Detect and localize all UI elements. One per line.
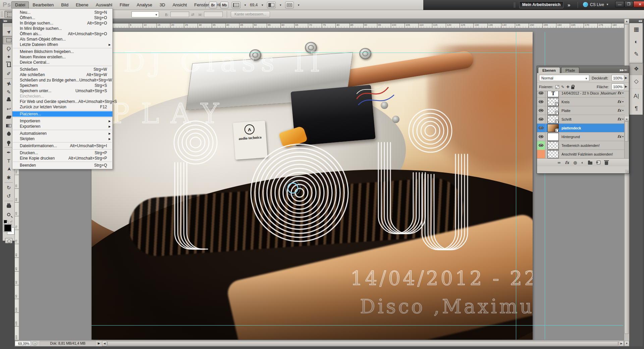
layer-row-schrift[interactable]: Schriftfx▾ xyxy=(537,115,625,124)
layer-thumbnail[interactable] xyxy=(547,133,559,141)
menu-item-speichern[interactable]: SpeichernStrg+S xyxy=(12,83,112,88)
dock-masks-icon[interactable]: ◇ xyxy=(630,75,643,88)
layer-effects-icon[interactable]: fx xyxy=(618,134,621,139)
menu-item-exportieren[interactable]: Exportieren▶ xyxy=(12,124,112,129)
delete-layer-icon[interactable] xyxy=(605,161,608,165)
menu-item-platzieren-[interactable]: Platzieren... xyxy=(12,111,112,117)
menu-item-beenden[interactable]: BeendenStrg+Q xyxy=(12,163,112,168)
layer-mask-icon[interactable]: ◎ xyxy=(574,160,577,165)
menu-ebene[interactable]: Ebene xyxy=(72,1,92,9)
custom-shape-tool[interactable]: ✱ xyxy=(3,173,15,182)
layer-row-plattendeck[interactable]: plattendeck xyxy=(537,124,625,132)
tab-ebenen[interactable]: Ebenen xyxy=(538,67,560,73)
visibility-toggle[interactable] xyxy=(537,98,545,106)
menu-item-speichern-unter-[interactable]: Speichern unter...Umschalt+Strg+S xyxy=(12,88,112,94)
cs-live-menu[interactable]: CS Live ▼ xyxy=(583,2,609,7)
chevron-down-icon[interactable]: ▼ xyxy=(279,4,282,7)
menu-item-in-mini-bridge-suchen-[interactable]: In Mini Bridge suchen... xyxy=(12,26,112,31)
new-layer-icon[interactable] xyxy=(597,161,600,164)
effects-collapse-icon[interactable]: ▾ xyxy=(622,118,624,121)
layer-row-anschnitt-falzlinien-ausblenden-[interactable]: Anschnitt/ Falzlinien ausblenden! xyxy=(537,150,625,158)
effects-collapse-icon[interactable]: ▾ xyxy=(622,100,624,103)
opacity-slider-arrow[interactable]: ▶ xyxy=(625,76,627,79)
dock-layers-icon[interactable]: ❖ xyxy=(630,63,643,75)
visibility-toggle[interactable] xyxy=(537,91,545,98)
lock-all-icon[interactable] xyxy=(571,86,574,89)
opacity-value[interactable]: 100% xyxy=(611,75,624,81)
height-field[interactable] xyxy=(204,11,223,17)
scroll-left-icon[interactable]: ◀ xyxy=(102,341,107,346)
layer-thumbnail[interactable] xyxy=(547,91,559,97)
3d-rotate-tool[interactable]: ↻ xyxy=(3,183,15,192)
layer-thumbnail[interactable] xyxy=(547,107,559,115)
chevron-down-icon[interactable]: ▼ xyxy=(261,4,264,7)
chevron-down-icon[interactable]: ▼ xyxy=(297,4,300,7)
minimize-button[interactable]: — xyxy=(615,1,624,7)
scroll-down-icon[interactable]: ▼ xyxy=(624,341,629,346)
menu-ansicht[interactable]: Ansicht xyxy=(169,1,191,9)
screen-mode-icon[interactable] xyxy=(285,2,294,8)
layer-row-textbereich-ausblenden-[interactable]: Textbereich ausblenden! xyxy=(537,141,625,150)
visibility-toggle[interactable] xyxy=(537,124,545,132)
layer-row-kreis[interactable]: Kreisfx▾ xyxy=(537,98,625,106)
close-button[interactable]: × xyxy=(633,1,644,7)
scroll-up-icon[interactable]: ▲ xyxy=(625,117,629,121)
menu-item-neuen-review-erstellen-[interactable]: Neuen Review erstellen... xyxy=(12,54,112,60)
layer-thumbnail[interactable] xyxy=(547,141,559,150)
visibility-toggle[interactable] xyxy=(537,106,545,115)
zoom-tool[interactable] xyxy=(3,210,15,219)
dock-adjustments-icon[interactable]: ◐ xyxy=(630,36,643,48)
layer-effects-icon[interactable]: fx xyxy=(618,100,621,104)
visibility-toggle[interactable] xyxy=(537,115,545,124)
effects-collapse-icon[interactable]: ▾ xyxy=(622,109,624,112)
menu-item-als-smart-objekt-ffnen-[interactable]: Als Smart-Objekt öffnen... xyxy=(12,37,112,42)
workspace-button[interactable]: Mein Arbeitsbereich xyxy=(519,1,564,8)
menu-item-device-central-[interactable]: Device Central... xyxy=(12,60,112,65)
chevron-down-icon[interactable]: ▼ xyxy=(244,4,247,7)
zoom-level-value[interactable]: 69,4 xyxy=(250,3,258,7)
layers-scrollbar[interactable]: ▲ ▼ xyxy=(624,117,629,158)
menu-datei[interactable]: Datei xyxy=(11,1,29,9)
menu-item-zur-ck-zur-letzten-version[interactable]: Zurück zur letzten VersionF12 xyxy=(12,104,112,110)
expand-dock-icon[interactable]: ◀◀ xyxy=(629,19,643,23)
fill-value[interactable]: 100% xyxy=(611,83,624,90)
layer-style-icon[interactable]: fx xyxy=(565,160,569,165)
horizontal-scrollbar[interactable]: ◀ ▶ xyxy=(102,341,624,346)
scroll-up-icon[interactable]: ▲ xyxy=(624,19,629,24)
menu-filter[interactable]: Filter xyxy=(116,1,133,9)
restore-button[interactable]: ❐ xyxy=(624,1,633,7)
menu-analyse[interactable]: Analyse xyxy=(133,1,156,9)
menu-item-einchecken-[interactable]: Einchecken... xyxy=(12,94,112,99)
visibility-toggle[interactable] xyxy=(537,141,545,150)
width-field[interactable] xyxy=(170,11,189,17)
effects-collapse-icon[interactable]: ▾ xyxy=(622,135,624,138)
quick-mask-button[interactable] xyxy=(5,238,12,243)
document-canvas[interactable]: ʌ audio technica DJ Class II PLAY 14/04/… xyxy=(92,32,533,340)
lock-pixels-icon[interactable]: ✎ xyxy=(561,85,564,89)
bridge-button[interactable]: Br xyxy=(209,2,217,8)
layer-thumbnail[interactable] xyxy=(547,150,559,158)
hand-tool[interactable] xyxy=(3,202,15,210)
default-colors-icon[interactable] xyxy=(4,220,7,223)
swap-dimensions-icon[interactable]: ⇄ xyxy=(191,12,194,17)
mini-bridge-button[interactable]: Mb xyxy=(220,2,228,8)
menu-item-f-r-web-und-ger-te-speichern-[interactable]: Für Web und Geräte speichern...Alt+Umsch… xyxy=(12,99,112,104)
menu-item-meinen-bildschirm-freigeben-[interactable]: Meinen Bildschirm freigeben... xyxy=(12,49,112,54)
lock-position-icon[interactable]: ✚ xyxy=(566,85,569,89)
dock-brush-presets-icon[interactable]: ✎ xyxy=(630,48,643,60)
menu-item-drucken-[interactable]: Drucken...Strg+P xyxy=(12,150,112,156)
3d-orbit-tool[interactable]: ↺ xyxy=(3,192,15,200)
link-layers-icon[interactable]: ∞ xyxy=(558,160,561,165)
layer-row-14-04-2012-22-h-disco-maximum-[interactable]: 14/04/2012 - 22 h Disco ,Maximum‘fx▾ xyxy=(537,91,625,98)
foreground-color-swatch[interactable] xyxy=(4,224,11,232)
scrollbar-thumb[interactable] xyxy=(625,121,629,141)
menu-bild[interactable]: Bild xyxy=(57,1,72,9)
menu-item-skripten[interactable]: Skripten▶ xyxy=(12,136,112,141)
zoom-percent-field[interactable]: 69,39% xyxy=(15,341,31,346)
layer-thumbnail[interactable] xyxy=(547,124,559,132)
visibility-toggle[interactable] xyxy=(537,132,545,141)
menu-item-dateiinformationen-[interactable]: Dateiinformationen...Alt+Umschalt+Strg+I xyxy=(12,143,112,149)
arrange-documents-icon[interactable] xyxy=(267,2,276,8)
menu-item-eine-kopie-drucken[interactable]: Eine Kopie druckenAlt+Umschalt+Strg+P xyxy=(12,156,112,161)
scrollbar-thumb[interactable] xyxy=(107,341,618,346)
